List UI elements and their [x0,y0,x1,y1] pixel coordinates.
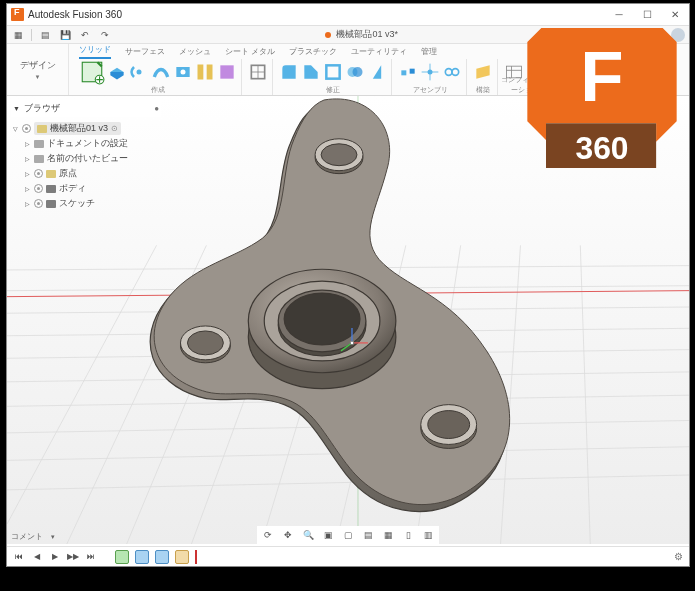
revolve-button[interactable] [129,62,149,82]
help-button[interactable]: ? [651,28,665,42]
origin-folder-icon [46,170,56,178]
look-at-button[interactable]: ▢ [341,528,355,542]
tab-mesh[interactable]: メッシュ [179,46,211,59]
new-tab-button[interactable]: ＋ [611,28,625,42]
tab-sheetmetal[interactable]: シート メタル [225,46,275,59]
orbit-button[interactable]: ⟳ [261,528,275,542]
tab-manage[interactable]: 管理 [421,46,437,59]
minimize-button[interactable]: ─ [605,4,633,25]
timeline-end-button[interactable]: ⏭ [85,551,97,563]
joint-origin-button[interactable] [420,62,440,82]
tree-root[interactable]: ▽ 機械部品01 v3 ⊙ [11,121,161,136]
extrude-button[interactable] [107,62,127,82]
plane-button[interactable] [473,62,493,82]
snap-button[interactable]: ▯ [401,528,415,542]
workspace-switcher[interactable]: デザイン ▼ [7,44,69,95]
pin-icon[interactable]: ● [154,104,159,113]
visibility-icon[interactable] [34,169,43,178]
svg-rect-18 [530,66,542,78]
document-tab[interactable]: 機械部品01 v3* [118,28,605,41]
display-settings-button[interactable]: ▤ [361,528,375,542]
timeline-play-button[interactable]: ▶ [49,551,61,563]
undo-button[interactable]: ↶ [78,28,92,42]
timeline-settings-button[interactable]: ⚙ [674,551,683,562]
timeline-feature-sketch[interactable] [115,550,129,564]
tree-node-label: スケッチ [59,197,95,210]
browser-header[interactable]: ▼ ブラウザ ● [11,100,161,117]
combine-button[interactable] [345,62,365,82]
measure-button[interactable] [557,62,577,82]
ribbon: デザイン ▼ ソリッド サーフェス メッシュ シート メタル プラスチック ユー… [7,44,689,96]
timeline-feature-hole[interactable] [175,550,189,564]
chevron-down-icon: ▼ [35,74,41,80]
tab-surface[interactable]: サーフェス [125,46,165,59]
notifications-button[interactable]: ⊕ [631,28,645,42]
timeline-start-button[interactable]: ⏮ [13,551,25,563]
group-construct [469,59,498,95]
data-panel-button[interactable]: ▦ [11,28,25,42]
draft-button[interactable] [367,62,387,82]
svg-point-44 [321,144,357,166]
timeline-feature-extrude[interactable] [135,550,149,564]
svg-point-16 [452,69,459,76]
bodies-folder-icon [46,185,56,193]
unsaved-indicator-icon [325,32,331,38]
expand-icon[interactable]: ▷ [23,170,31,177]
section-button[interactable] [579,62,599,82]
comments-toggle[interactable]: コメント ▾ [11,531,55,542]
tree-node[interactable]: ▷ ボディ [11,181,161,196]
timeline-forward-button[interactable]: ▶▶ [67,551,79,563]
grid-settings-button[interactable]: ▦ [381,528,395,542]
zoom-button[interactable]: 🔍 [301,528,315,542]
file-menu-button[interactable]: ▤ [38,28,52,42]
fit-button[interactable]: ▣ [321,528,335,542]
timeline-back-button[interactable]: ◀ [31,551,43,563]
tab-solid[interactable]: ソリッド [79,44,111,59]
tree-node[interactable]: ▷ スケッチ [11,196,161,211]
context-menu-icon[interactable]: ⊙ [111,124,118,133]
tree-node-label: ボディ [59,182,86,195]
new-sketch-button[interactable] [79,59,105,85]
visibility-icon[interactable] [34,199,43,208]
emboss-button[interactable] [217,62,237,82]
chamfer-button[interactable] [301,62,321,82]
tree-node[interactable]: ▷ 原点 [11,166,161,181]
save-button[interactable]: 💾 [58,28,72,42]
tab-plastic[interactable]: プラスチック [289,46,337,59]
expand-icon[interactable]: ▷ [23,140,31,147]
maximize-button[interactable]: ☐ [633,4,661,25]
timeline-feature-fillet[interactable] [155,550,169,564]
viewports-button[interactable]: ▥ [421,528,435,542]
ribbon-tabs: ソリッド サーフェス メッシュ シート メタル プラスチック ユーティリティ 管… [69,44,689,59]
config-table-button[interactable] [504,62,524,82]
shell-button[interactable] [323,62,343,82]
visibility-icon[interactable] [34,184,43,193]
tab-utility[interactable]: ユーティリティ [351,46,407,59]
comments-label: コメント [11,532,43,541]
expand-icon[interactable]: ▽ [11,125,19,132]
expand-icon[interactable]: ▷ [23,185,31,192]
hole-button[interactable] [173,62,193,82]
svg-point-4 [181,70,186,75]
automate-button[interactable] [248,62,268,82]
svg-rect-12 [401,70,406,75]
motion-link-button[interactable] [442,62,462,82]
pan-button[interactable]: ✥ [281,528,295,542]
user-avatar[interactable] [671,28,685,42]
config-button[interactable] [526,62,546,82]
timeline-marker[interactable] [195,550,197,564]
close-button[interactable]: ✕ [661,4,689,25]
svg-point-15 [445,69,452,76]
fillet-button[interactable] [279,62,299,82]
tree-node[interactable]: ▷ ドキュメントの設定 [11,136,161,151]
svg-rect-5 [198,65,204,80]
expand-icon[interactable]: ▷ [23,155,31,162]
titlebar: Autodesk Fusion 360 ─ ☐ ✕ [7,4,689,26]
expand-icon[interactable]: ▷ [23,200,31,207]
rib-button[interactable] [195,62,215,82]
sweep-button[interactable] [151,62,171,82]
redo-button[interactable]: ↷ [98,28,112,42]
tree-node[interactable]: ▷ 名前の付いたビュー [11,151,161,166]
visibility-icon[interactable] [22,124,31,133]
joint-button[interactable] [398,62,418,82]
